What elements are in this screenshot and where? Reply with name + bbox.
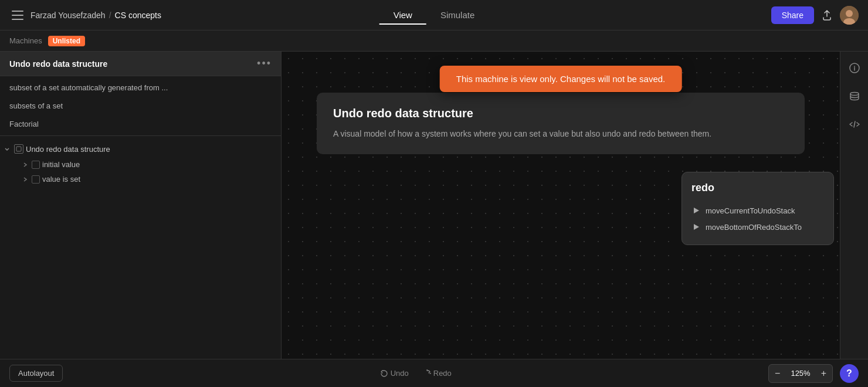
notification-text: This machine is view only. Changes will … (456, 74, 666, 84)
tree-root-label: Undo redo data structure (26, 145, 110, 154)
avatar[interactable] (840, 6, 859, 25)
child-label-value-is-set: value is set (42, 175, 80, 184)
tree-child-value-is-set[interactable]: value is set (0, 172, 281, 186)
redo-label: Redo (433, 369, 452, 378)
redo-node-label-0: moveCurrentToUndoStack (706, 206, 795, 215)
redo-node-label-1: moveBottomOfRedoStackTo (706, 223, 802, 232)
redo-button[interactable]: Redo (418, 366, 456, 380)
tree-root[interactable]: Undo redo data structure (0, 141, 281, 157)
subbar: Machines Unlisted (0, 30, 868, 52)
svg-rect-0 (12, 11, 23, 12)
breadcrumb-user[interactable]: Farzad Yousefzadeh (30, 11, 106, 20)
topbar-right: Share (771, 6, 859, 25)
breadcrumb-separator: / (109, 11, 111, 20)
breadcrumb-project[interactable]: CS concepts (115, 11, 161, 20)
tree-chevron-down-icon[interactable] (2, 144, 12, 154)
list-item[interactable]: subset of a set automatically generated … (0, 79, 281, 97)
sidebar-machine-list: subset of a set automatically generated … (0, 76, 281, 136)
main: Undo redo data structure ••• subset of a… (0, 52, 868, 359)
breadcrumb: Farzad Yousefzadeh / CS concepts (30, 11, 161, 20)
canvas-area[interactable]: This machine is view only. Changes will … (282, 52, 840, 359)
code-panel-icon[interactable] (845, 115, 864, 134)
topbar: Farzad Yousefzadeh / CS concepts View Si… (0, 0, 868, 30)
menu-icon[interactable] (9, 7, 26, 23)
zoom-help-bar: − 125% + ? (768, 364, 859, 383)
info-card-description: A visual model of how a system works whe… (333, 127, 788, 140)
more-options-icon[interactable]: ••• (257, 57, 272, 70)
undo-button[interactable]: Undo (375, 366, 413, 380)
info-card: Undo redo data structure A visual model … (317, 93, 805, 154)
topbar-left: Farzad Yousefzadeh / CS concepts (9, 7, 161, 23)
child-chevron-right-icon[interactable] (21, 161, 29, 169)
sidebar-active-machine[interactable]: Undo redo data structure ••• (0, 52, 281, 76)
bottom-bar: Autolayout Undo Redo − 125% + ? (0, 359, 868, 387)
svg-point-4 (846, 10, 853, 17)
svg-rect-1 (12, 15, 23, 16)
play-icon (691, 222, 701, 232)
list-item[interactable]: Factorial (0, 115, 281, 133)
redo-node-item-1[interactable]: moveBottomOfRedoStackTo (691, 219, 833, 235)
undo-label: Undo (391, 369, 409, 378)
child-chevron-right-icon[interactable] (21, 175, 29, 184)
help-button[interactable]: ? (840, 364, 859, 383)
info-panel-icon[interactable] (845, 59, 864, 77)
svg-point-8 (850, 93, 859, 96)
share-button[interactable]: Share (771, 6, 814, 24)
machines-label: Machines (9, 36, 42, 45)
autolayout-button[interactable]: Autolayout (9, 365, 63, 382)
zoom-in-button[interactable]: + (815, 365, 832, 382)
zoom-out-button[interactable]: − (769, 365, 786, 382)
zoom-value: 125% (786, 369, 815, 378)
child-machine-icon (32, 175, 40, 184)
right-panel (840, 52, 868, 359)
redo-node-title: redo (691, 182, 833, 194)
notification-banner: This machine is view only. Changes will … (440, 66, 682, 92)
child-label-initial: initial value (42, 160, 80, 169)
sidebar-active-label: Undo redo data structure (9, 59, 107, 69)
child-machine-icon (32, 161, 40, 169)
export-button[interactable] (821, 9, 833, 21)
list-item[interactable]: subsets of a set (0, 97, 281, 115)
play-icon (691, 206, 701, 215)
svg-rect-2 (12, 19, 23, 20)
redo-node-item-0[interactable]: moveCurrentToUndoStack (691, 202, 833, 219)
tab-view[interactable]: View (379, 6, 426, 25)
redo-node: redo moveCurrentToUndoStack moveBottomOf… (681, 172, 834, 245)
svg-rect-6 (16, 147, 21, 151)
tree-child-initial-value[interactable]: initial value (0, 157, 281, 172)
undo-redo-bar: Undo Redo (375, 366, 456, 380)
unlisted-badge: Unlisted (48, 36, 85, 46)
topbar-tabs: View Simulate (379, 6, 489, 24)
tab-simulate[interactable]: Simulate (426, 6, 489, 25)
database-panel-icon[interactable] (845, 87, 864, 106)
tree-machine-icon (14, 144, 23, 154)
sidebar: Undo redo data structure ••• subset of a… (0, 52, 282, 359)
info-card-title: Undo redo data structure (333, 107, 788, 120)
zoom-bar: − 125% + (768, 364, 833, 383)
sidebar-tree: Undo redo data structure initial value v… (0, 136, 281, 359)
